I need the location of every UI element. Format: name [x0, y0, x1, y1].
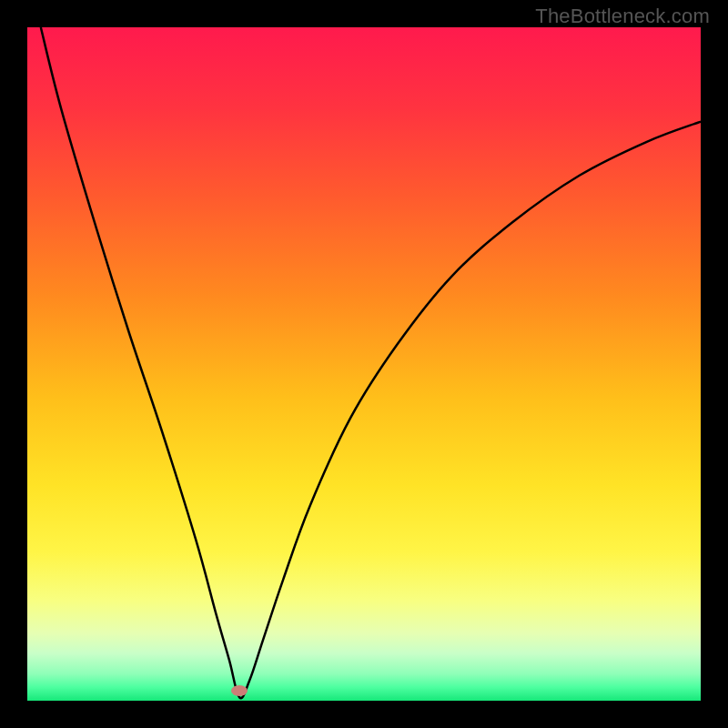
minimum-marker [231, 685, 248, 696]
chart-frame: TheBottleneck.com [0, 0, 728, 728]
plot-area [27, 27, 701, 701]
bottleneck-curve-path [41, 27, 701, 698]
watermark-text: TheBottleneck.com [535, 5, 710, 28]
curve-svg [27, 27, 701, 701]
